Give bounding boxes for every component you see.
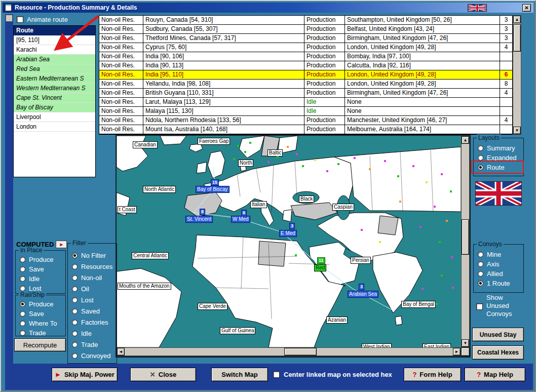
table-row[interactable]: Non-oil Res.British Guyana [110, 331]Pro… xyxy=(99,89,512,98)
convoy-count-chip[interactable]: 3 xyxy=(359,284,364,290)
sea-zone-label-north[interactable]: North xyxy=(238,160,253,167)
table-row[interactable]: Non-oil Res.India [95, 110]ProductionLon… xyxy=(99,70,512,80)
sea-zone-label-west-indian[interactable]: West Indian xyxy=(362,343,392,347)
radio-filter-resources[interactable]: Resources xyxy=(68,261,117,272)
radio-in-place-produce[interactable]: Produce xyxy=(16,255,65,264)
sea-zone-label-faeroes-gap[interactable]: Faeroes Gap xyxy=(198,138,230,145)
route-list-item[interactable]: Bay of Biscay xyxy=(14,103,95,112)
radio-in-place-save[interactable]: Save xyxy=(16,264,65,274)
radio-in-place-idle[interactable]: Idle xyxy=(16,274,65,284)
table-row[interactable]: Non-oil Res.Sudbury, Canada [55, 307]Pro… xyxy=(99,25,512,34)
table-row[interactable]: Non-oil Res.India [90, 106]ProductionBom… xyxy=(99,52,512,61)
radio-filter-factories[interactable]: Factories xyxy=(68,317,117,328)
center-linked-map-checkbox[interactable]: Center linked map on selected hex xyxy=(273,368,392,381)
route-list-item[interactable]: Eastern Mediterranean S xyxy=(14,74,95,84)
route-list-item[interactable]: London xyxy=(14,122,95,132)
skip-major-power-button[interactable]: ► Skip Maj. Power xyxy=(52,368,118,381)
sea-zone-label-persian[interactable]: Persian xyxy=(351,257,371,264)
radio-convoys-1-route[interactable]: 1 Route xyxy=(474,279,523,288)
sea-zone-label-gulf-of-guinea[interactable]: Gulf of Guinea xyxy=(220,327,255,334)
sea-zone-label-arabian-sea[interactable]: Arabian Sea xyxy=(348,291,378,298)
radio-filter-idle[interactable]: Idle xyxy=(68,328,117,339)
sea-zone-label-azanian[interactable]: Azanian xyxy=(326,317,348,324)
table-row[interactable]: Non-oil Res.Malaya [115, 130]IdleNone xyxy=(99,107,512,116)
route-list-item[interactable]: Arabian Sea xyxy=(14,55,95,64)
sea-zone-label-north-atlantic[interactable]: North Atlantic xyxy=(143,186,176,193)
sea-zone-label-w-med[interactable]: W Med xyxy=(231,216,250,223)
route-list-item[interactable]: Red Sea xyxy=(14,64,95,74)
title-bar[interactable]: Resource - Production Summary & Details … xyxy=(3,3,533,13)
radio-filter-non-oil[interactable]: Non-oil xyxy=(68,272,117,283)
sea-zone-label-italian[interactable]: Italian xyxy=(250,201,267,208)
recompute-button[interactable]: Recompute xyxy=(14,338,66,351)
route-list-item[interactable]: Karachi xyxy=(14,45,95,55)
radio-layouts-expanded[interactable]: Expanded xyxy=(474,153,523,163)
scroll-left-button[interactable]: ◄ xyxy=(117,348,125,356)
show-unused-convoys-checkbox[interactable]: Show Unused Convoys xyxy=(473,294,524,318)
sea-zone-label-central-atlantic[interactable]: Central Atlantic xyxy=(132,252,169,259)
radio-rail-ship-trade[interactable]: Trade xyxy=(16,328,65,338)
route-list-item[interactable]: Liverpool xyxy=(14,112,95,122)
sea-zone-label-bay-of-biscay[interactable]: Bay of Biscay xyxy=(196,186,229,193)
radio-convoys-allied[interactable]: Allied xyxy=(474,269,523,279)
scroll-up-button[interactable]: ▲ xyxy=(513,16,521,23)
route-list-item[interactable]: [95, 110] xyxy=(14,35,95,45)
route-list-item[interactable]: Western Mediterranean S xyxy=(14,84,95,93)
table-row[interactable]: Non-oil Res.Ndola, Northern Rhodesia [13… xyxy=(99,116,512,125)
table-row[interactable]: Non-oil Res.Rouyn, Canada [54, 310]Produ… xyxy=(99,16,512,25)
map-canvas[interactable]: CanadianFaeroes GapBalticNorthNorth Atla… xyxy=(117,136,461,347)
map-help-button[interactable]: ? Map Help xyxy=(465,368,525,381)
table-row[interactable]: Non-oil Res.Mount Isa, Australia [140, 1… xyxy=(99,125,512,134)
close-button[interactable]: ✕ xyxy=(522,4,531,12)
radio-layouts-route[interactable]: Route xyxy=(474,163,523,172)
radio-layouts-summary[interactable]: Summary xyxy=(474,143,523,153)
sea-zone-label-cape-verde[interactable]: Cape Verde xyxy=(198,303,227,310)
sea-zone-label-baltic[interactable]: Baltic xyxy=(267,149,283,156)
scroll-down-button[interactable]: ▼ xyxy=(513,127,521,134)
sea-zone-label-east-indian[interactable]: East Indian xyxy=(423,343,451,347)
route-listbox[interactable]: Route [95, 110]KarachiArabian SeaRed Sea… xyxy=(13,25,96,177)
form-help-button[interactable]: ? Form Help xyxy=(404,368,461,381)
radio-filter-convoyed[interactable]: Convoyed xyxy=(68,350,117,361)
scroll-thumb[interactable] xyxy=(284,348,317,356)
radio-convoys-axis[interactable]: Axis xyxy=(474,259,523,269)
convoy-count-chip[interactable]: 3 xyxy=(289,223,295,229)
radio-filter-trade[interactable]: Trade xyxy=(68,339,117,350)
table-row[interactable]: Non-oil Res.Yellandu, India [98, 108]Pro… xyxy=(99,80,512,89)
radio-rail-ship-save[interactable]: Save xyxy=(16,309,65,319)
radio-filter-oil[interactable]: Oil xyxy=(68,283,117,294)
sea-zone-label-canadian[interactable]: Canadian xyxy=(133,141,158,148)
scroll-right-button[interactable]: ► xyxy=(453,348,461,356)
sea-zone-label-red[interactable]: Red xyxy=(314,264,326,271)
map-vscrollbar[interactable]: ▲ ▼ xyxy=(461,136,470,347)
switch-map-button[interactable]: Switch Map xyxy=(211,368,268,381)
convoy-count-chip[interactable]: 6 xyxy=(241,210,247,216)
close-form-button[interactable]: ✕ Close xyxy=(130,368,196,381)
convoy-count-chip[interactable]: 11 xyxy=(317,257,325,264)
radio-filter-lost[interactable]: Lost xyxy=(68,294,117,305)
table-row[interactable]: Non-oil Res.Larut, Malaya [113, 129]Idle… xyxy=(99,98,512,107)
map-hscrollbar[interactable]: ◄ ► xyxy=(117,347,461,356)
table-scrollbar[interactable]: ▲ ▼ xyxy=(513,15,521,135)
table-row[interactable]: Non-oil Res.Thetford Mines, Canada [57, … xyxy=(99,34,512,43)
route-list-item[interactable]: Cape St. Vincent xyxy=(14,93,95,103)
sea-zone-label-black[interactable]: Black xyxy=(299,195,314,203)
coastal-hexes-button[interactable]: Coastal Hexes xyxy=(472,345,524,360)
convoy-count-chip[interactable]: 15 xyxy=(211,179,219,186)
convoy-count-chip[interactable]: 8 xyxy=(200,209,205,215)
scroll-thumb[interactable] xyxy=(462,219,469,255)
radio-filter-no-filter[interactable]: No Filter xyxy=(68,250,117,261)
scroll-thumb[interactable] xyxy=(513,24,521,52)
sea-zone-label-caspian[interactable]: Caspian xyxy=(332,204,354,211)
sea-zone-label-bay-of-bengal[interactable]: Bay of Bengal xyxy=(401,301,436,308)
scroll-up-button[interactable]: ▲ xyxy=(462,136,469,144)
table-row[interactable]: Non-oil Res.Cyprus [75, 60]ProductionLon… xyxy=(99,43,512,52)
radio-rail-ship-produce[interactable]: Produce xyxy=(16,299,65,309)
radio-rail-ship-where-to[interactable]: Where To xyxy=(16,319,65,328)
animate-route-checkbox[interactable]: Animate route xyxy=(17,16,68,23)
sea-zone-label-e-med[interactable]: E Med xyxy=(279,230,297,237)
sea-zone-label-st-vincent[interactable]: St. Vincent xyxy=(185,216,213,223)
scroll-down-button[interactable]: ▼ xyxy=(462,339,469,347)
table-row[interactable]: Non-oil Res.India [90, 113]ProductionCal… xyxy=(99,61,512,70)
resource-table[interactable]: Non-oil Res.Rouyn, Canada [54, 310]Produ… xyxy=(99,15,513,135)
